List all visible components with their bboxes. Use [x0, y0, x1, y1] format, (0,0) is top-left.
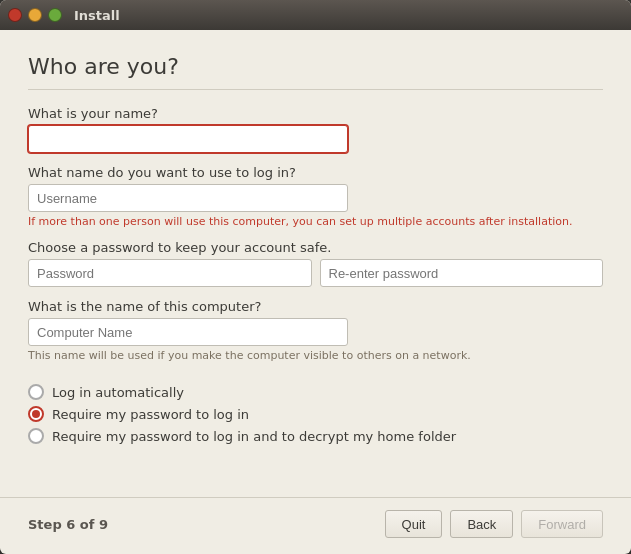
username-input[interactable] [28, 184, 348, 212]
close-button[interactable] [8, 8, 22, 22]
computer-label: What is the name of this computer? [28, 299, 603, 314]
maximize-button[interactable] [48, 8, 62, 22]
radio-auto-login-btn[interactable] [28, 384, 44, 400]
name-section: What is your name? [28, 106, 603, 153]
radio-encrypt-home[interactable]: Require my password to log in and to dec… [28, 428, 603, 444]
minimize-button[interactable] [28, 8, 42, 22]
radio-encrypt-home-btn[interactable] [28, 428, 44, 444]
window-title: Install [74, 8, 120, 23]
titlebar: Install [0, 0, 631, 30]
footer-buttons: Quit Back Forward [385, 510, 603, 538]
radio-auto-login[interactable]: Log in automatically [28, 384, 603, 400]
password-label: Choose a password to keep your account s… [28, 240, 603, 255]
name-label: What is your name? [28, 106, 603, 121]
main-content: Who are you? What is your name? What nam… [0, 30, 631, 497]
radio-require-password[interactable]: Require my password to log in [28, 406, 603, 422]
step-label: Step 6 of 9 [28, 517, 108, 532]
computer-name-input[interactable] [28, 318, 348, 346]
page-title: Who are you? [28, 54, 603, 90]
quit-button[interactable]: Quit [385, 510, 443, 538]
back-button[interactable]: Back [450, 510, 513, 538]
password-input[interactable] [28, 259, 312, 287]
name-input[interactable] [28, 125, 348, 153]
radio-require-password-btn[interactable] [28, 406, 44, 422]
radio-require-password-label: Require my password to log in [52, 407, 249, 422]
computer-section: What is the name of this computer? This … [28, 299, 603, 362]
reenter-password-input[interactable] [320, 259, 604, 287]
computer-hint: This name will be used if you make the c… [28, 349, 603, 362]
install-window: Install Who are you? What is your name? … [0, 0, 631, 554]
footer: Step 6 of 9 Quit Back Forward [0, 497, 631, 554]
username-label: What name do you want to use to log in? [28, 165, 603, 180]
forward-button[interactable]: Forward [521, 510, 603, 538]
password-section: Choose a password to keep your account s… [28, 240, 603, 287]
login-options: Log in automatically Require my password… [28, 384, 603, 444]
username-hint: If more than one person will use this co… [28, 215, 603, 228]
radio-encrypt-home-label: Require my password to log in and to dec… [52, 429, 456, 444]
username-section: What name do you want to use to log in? … [28, 165, 603, 228]
radio-auto-login-label: Log in automatically [52, 385, 184, 400]
password-row [28, 259, 603, 287]
